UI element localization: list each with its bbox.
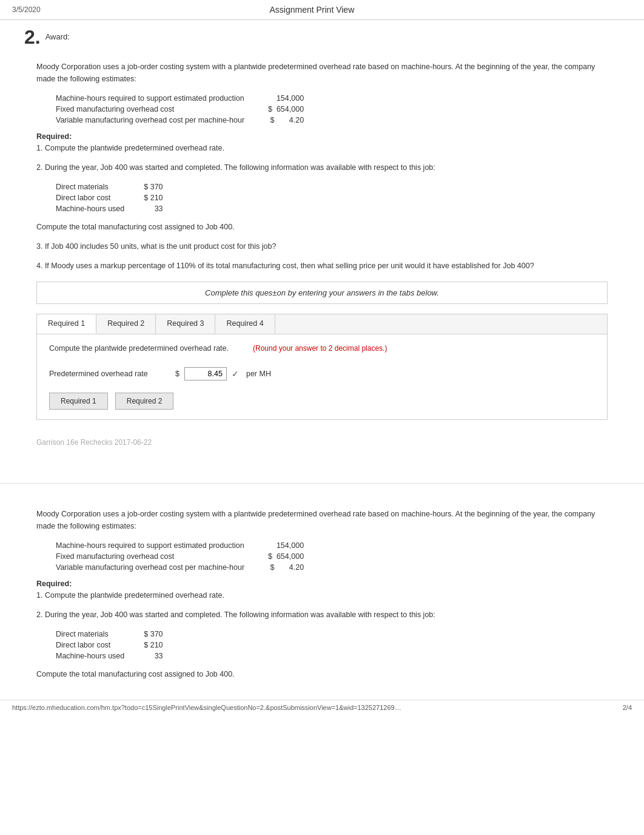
repeat-section: Moody Corporation uses a job-order costi… bbox=[0, 496, 644, 694]
repeat-materials-label-2: Direct labor cost bbox=[56, 640, 143, 650]
main-section: Moody Corporation uses a job-order costi… bbox=[0, 49, 644, 471]
estimates-table: Machine-hours required to support estima… bbox=[55, 92, 305, 126]
repeat-materials-value-3: 33 bbox=[144, 651, 163, 661]
repeat-materials-label-3: Machine-hours used bbox=[56, 651, 143, 661]
repeat-materials-value-1: $ 370 bbox=[144, 629, 163, 639]
repeat-materials-table: Direct materials $ 370 Direct labor cost… bbox=[55, 628, 164, 662]
repeat-estimates-table: Machine-hours required to support estima… bbox=[55, 539, 305, 573]
materials-value-3: 33 bbox=[144, 204, 163, 214]
estimate-label-1: Machine-hours required to support estima… bbox=[56, 93, 263, 103]
req-item-2: 2. During the year, Job 400 was started … bbox=[36, 161, 608, 174]
materials-table: Direct materials $ 370 Direct labor cost… bbox=[55, 181, 164, 215]
question-number: 2. bbox=[24, 26, 41, 49]
repeat-estimate-value-2: $ 654,000 bbox=[264, 552, 304, 561]
check-icon: ✓ bbox=[232, 369, 239, 379]
section-divider bbox=[0, 483, 644, 484]
materials-value-1: $ 370 bbox=[144, 182, 163, 192]
estimate-value-3: $ 4.20 bbox=[264, 115, 304, 125]
materials-label-3: Machine-hours used bbox=[56, 204, 143, 214]
repeat-estimate-row-3: Variable manufacturing overhead cost per… bbox=[56, 563, 304, 572]
award-label: Award: bbox=[45, 32, 70, 41]
repeat-required-label: Required: bbox=[36, 580, 608, 588]
repeat-materials-row-3: Machine-hours used 33 bbox=[56, 651, 163, 661]
estimate-row-3: Variable manufacturing overhead cost per… bbox=[56, 115, 304, 125]
bottom-url-bar: https://ezto.mheducation.com/hm.tpx?todo… bbox=[0, 700, 644, 715]
tabs-row: Required 1 Required 2 Required 3 Require… bbox=[37, 314, 607, 334]
materials-row-2: Direct labor cost $ 210 bbox=[56, 193, 163, 203]
overhead-rate-input[interactable] bbox=[184, 367, 227, 380]
per-mh-label: per MH bbox=[246, 370, 271, 378]
estimate-value-2: $ 654,000 bbox=[264, 104, 304, 114]
instruction-text: Complete this ques±on by entering your a… bbox=[205, 288, 439, 297]
footer-note: Garrison 16e Rechecks 2017-06-22 bbox=[36, 438, 608, 447]
estimate-row-2: Fixed manufacturing overhead cost $ 654,… bbox=[56, 104, 304, 114]
repeat-estimate-label-2: Fixed manufacturing overhead cost bbox=[56, 552, 263, 561]
materials-label-2: Direct labor cost bbox=[56, 193, 143, 203]
body-text-1: Moody Corporation uses a job-order costi… bbox=[36, 61, 608, 85]
repeat-estimate-label-1: Machine-hours required to support estima… bbox=[56, 541, 263, 550]
materials-row-1: Direct materials $ 370 bbox=[56, 182, 163, 192]
url-text: https://ezto.mheducation.com/hm.tpx?todo… bbox=[12, 704, 401, 711]
required-label: Required: bbox=[36, 132, 608, 141]
repeat-req-item-1: 1. Compute the plantwide predetermined o… bbox=[36, 589, 608, 601]
tab-required-1[interactable]: Required 1 bbox=[37, 314, 96, 334]
page-title: Assignment Print View bbox=[41, 5, 583, 15]
estimate-label-2: Fixed manufacturing overhead cost bbox=[56, 104, 263, 114]
nav-buttons-row: Required 1 Required 2 bbox=[49, 393, 595, 410]
materials-value-2: $ 210 bbox=[144, 193, 163, 203]
estimate-row-1: Machine-hours required to support estima… bbox=[56, 93, 304, 103]
tabs-container: Required 1 Required 2 Required 3 Require… bbox=[36, 314, 608, 420]
overhead-row: Predetermined overhead rate $ ✓ per MH bbox=[49, 367, 595, 380]
tab-required-4[interactable]: Required 4 bbox=[215, 314, 275, 334]
req-item-1: 1. Compute the plantwide predetermined o… bbox=[36, 142, 608, 154]
repeat-body-text-1: Moody Corporation uses a job-order costi… bbox=[36, 508, 608, 532]
hint-text: (Round your answer to 2 decimal places.) bbox=[253, 344, 387, 353]
repeat-extra-item: Compute the total manufacturing cost ass… bbox=[36, 668, 608, 680]
repeat-estimate-label-3: Variable manufacturing overhead cost per… bbox=[56, 563, 263, 572]
repeat-estimate-value-1: 154,000 bbox=[264, 541, 304, 550]
repeat-req-item-2: 2. During the year, Job 400 was started … bbox=[36, 609, 608, 621]
date-label: 3/5/2020 bbox=[12, 5, 41, 14]
extra-item-1: Compute the total manufacturing cost ass… bbox=[36, 221, 608, 233]
repeat-materials-row-2: Direct labor cost $ 210 bbox=[56, 640, 163, 650]
tab-required-3[interactable]: Required 3 bbox=[156, 314, 215, 334]
materials-label-1: Direct materials bbox=[56, 182, 143, 192]
tab-content-area: Compute the plantwide predetermined over… bbox=[37, 334, 607, 419]
repeat-materials-row-1: Direct materials $ 370 bbox=[56, 629, 163, 639]
repeat-estimate-value-3: $ 4.20 bbox=[264, 563, 304, 572]
estimate-value-1: 154,000 bbox=[264, 93, 304, 103]
top-bar: 3/5/2020 Assignment Print View bbox=[0, 0, 644, 20]
tab-instruction: Compute the plantwide predetermined over… bbox=[49, 344, 229, 353]
page-number: 2/4 bbox=[623, 704, 632, 711]
repeat-materials-value-2: $ 210 bbox=[144, 640, 163, 650]
nav-required-1-btn[interactable]: Required 1 bbox=[49, 393, 108, 410]
repeat-materials-label-1: Direct materials bbox=[56, 629, 143, 639]
repeat-estimate-row-2: Fixed manufacturing overhead cost $ 654,… bbox=[56, 552, 304, 561]
extra-item-3: 4. If Moody uses a markup percentage of … bbox=[36, 260, 608, 272]
extra-item-2: 3. If Job 400 includes 50 units, what is… bbox=[36, 240, 608, 252]
overhead-label: Predetermined overhead rate bbox=[49, 370, 170, 378]
repeat-estimate-row-1: Machine-hours required to support estima… bbox=[56, 541, 304, 550]
materials-row-3: Machine-hours used 33 bbox=[56, 204, 163, 214]
dollar-sign: $ bbox=[175, 370, 179, 378]
instruction-box: Complete this ques±on by entering your a… bbox=[36, 282, 608, 304]
nav-required-2-btn[interactable]: Required 2 bbox=[115, 393, 174, 410]
question-header: 2. Award: bbox=[0, 20, 644, 49]
tab-required-2[interactable]: Required 2 bbox=[96, 314, 156, 334]
estimate-label-3: Variable manufacturing overhead cost per… bbox=[56, 115, 263, 125]
